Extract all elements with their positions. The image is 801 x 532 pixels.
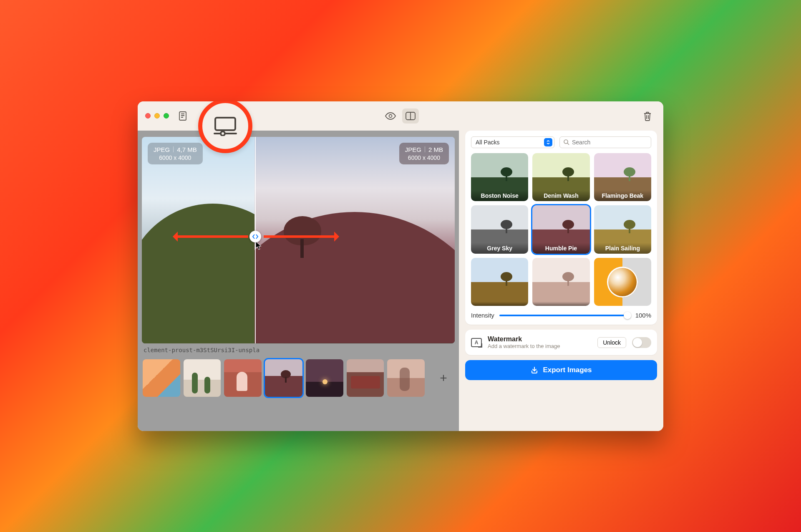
styles-pack-value: All Packs [476,139,500,146]
style-tile-denim-wash[interactable]: Denim Wash [532,153,589,202]
export-icon [530,366,539,374]
thumbnail-item[interactable] [224,359,262,397]
original-dimensions: 6000 x 4000 [154,154,197,161]
style-tile-grey-sky[interactable]: Grey Sky [471,205,528,254]
trash-icon [643,111,652,121]
style-tile-more-packs[interactable] [594,258,651,306]
svg-point-4 [389,114,392,117]
original-size: 4,7 MB [177,146,197,153]
close-window-button[interactable] [145,113,151,119]
svg-rect-0 [179,112,186,120]
app-window: JPEG 4,7 MB 6000 x 4000 JPEG 2 MB 6000 x… [138,101,663,431]
compare-split-button[interactable] [402,108,419,124]
filtered-format: JPEG [405,146,421,153]
filtered-info-badge: JPEG 2 MB 6000 x 4000 [399,143,449,164]
preview-visibility-button[interactable] [382,108,399,124]
split-view-icon [405,111,416,121]
watermark-toggle[interactable] [632,337,651,348]
select-chevrons-icon [544,138,552,146]
inspector-pane: All Packs Boston Noise [459,131,663,431]
toolbar [138,101,663,131]
style-label: Grey Sky [471,243,528,254]
style-tile-flamingo-beak[interactable]: Flamingo Beak [594,153,651,202]
svg-rect-9 [215,118,235,130]
tutorial-arrow-right [264,235,337,238]
intensity-label: Intensity [471,312,494,319]
style-label [471,302,528,306]
orange-sphere-icon [607,267,638,298]
add-image-button[interactable]: + [433,368,454,388]
image-preview[interactable]: JPEG 4,7 MB 6000 x 4000 JPEG 2 MB 6000 x… [142,137,455,343]
original-format: JPEG [154,146,170,153]
tutorial-arrow-left [175,235,248,238]
styles-grid: Boston Noise Denim Wash Flamingo Beak Gr… [471,153,651,306]
document-mode-button[interactable] [178,108,187,124]
styles-pack-select[interactable]: All Packs [471,136,554,148]
preview-pane: JPEG 4,7 MB 6000 x 4000 JPEG 2 MB 6000 x… [138,131,459,431]
thumbnail-item[interactable] [347,359,384,397]
style-tile-boston-noise[interactable]: Boston Noise [471,153,528,202]
watermark-title: Watermark [488,335,560,343]
svg-point-12 [564,140,568,144]
adjustments-icon [213,116,238,136]
plus-icon: + [440,371,447,385]
thumbnail-item[interactable] [265,359,302,397]
watermark-unlock-button[interactable]: Unlock [597,337,626,348]
thumbnail-item[interactable] [143,359,180,397]
style-tile-humble-pie[interactable]: Humble Pie [532,205,589,254]
delete-button[interactable] [639,108,656,124]
watermark-subtitle: Add a watermark to the image [488,343,560,349]
image-filename: clement-proust-m3StSUrsi3I-unspla [142,343,455,353]
styles-search[interactable] [559,136,651,148]
style-label: Flamingo Beak [594,190,651,201]
intensity-slider[interactable] [499,315,630,316]
svg-line-13 [567,143,569,145]
search-icon [563,139,569,145]
style-label: Humble Pie [532,243,589,254]
intensity-control: Intensity 100% [471,312,651,319]
eye-icon [385,112,396,120]
style-tile-plain-sailing[interactable]: Plain Sailing [594,205,651,254]
style-label: Denim Wash [532,190,589,201]
thumbnail-item[interactable] [306,359,343,397]
thumbnail-item[interactable] [387,359,425,397]
compare-handle[interactable] [249,231,261,242]
style-label: Plain Sailing [594,243,651,254]
style-label [532,302,589,306]
zoom-window-button[interactable] [164,113,169,119]
minimize-window-button[interactable] [154,113,160,119]
styles-panel: All Packs Boston Noise [465,131,657,325]
intensity-value: 100% [635,312,651,319]
watermark-panel: A Watermark Add a watermark to the image… [465,330,657,355]
svg-point-11 [221,131,225,136]
thumbnail-item[interactable] [184,359,221,397]
filtered-size: 2 MB [428,146,443,153]
export-button[interactable]: Export Images [465,360,657,380]
filtered-dimensions: 6000 x 4000 [405,154,443,161]
style-tile[interactable] [532,258,589,306]
compare-handle-icon [252,233,259,240]
style-tile[interactable] [471,258,528,306]
export-label: Export Images [543,366,592,374]
watermark-icon: A [471,338,482,347]
document-icon [178,111,187,121]
tutorial-highlight-ring [198,101,252,153]
thumbnail-strip: + [142,353,455,398]
cursor-icon [255,241,263,250]
original-info-badge: JPEG 4,7 MB 6000 x 4000 [148,143,203,164]
window-controls [145,113,169,119]
styles-search-input[interactable] [572,139,647,146]
style-label: Boston Noise [471,190,528,201]
